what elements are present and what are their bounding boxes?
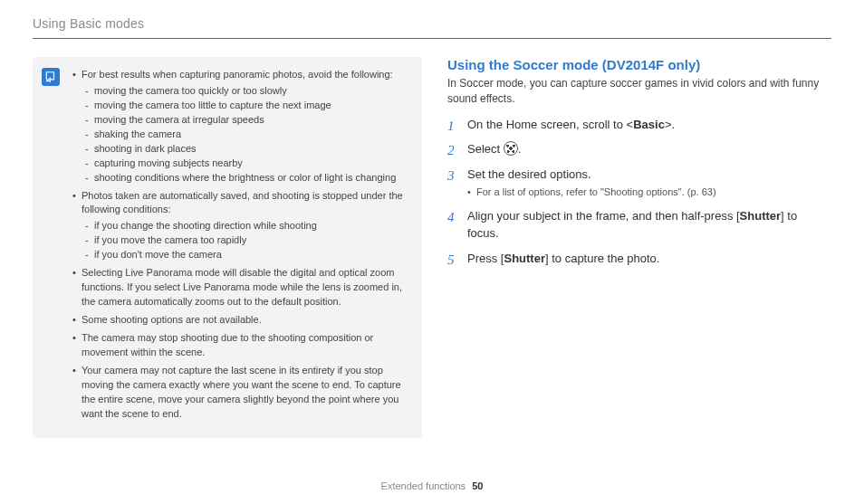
step-bold: Shutter (504, 252, 545, 265)
step-sub: For a list of options, refer to "Shootin… (467, 185, 831, 200)
step-text: . (518, 142, 522, 156)
step-text: On the Home screen, scroll to < (467, 118, 633, 131)
tip-sub: moving the camera at irregular speeds (82, 113, 409, 128)
step-4: Align your subject in the frame, and the… (447, 207, 831, 242)
tip-sub: if you move the camera too rapidly (82, 233, 409, 248)
tip-item: Your camera may not capture the last sce… (72, 364, 409, 422)
tip-sub: moving the camera too quickly or too slo… (82, 84, 409, 99)
tip-sub: capturing moving subjects nearby (82, 157, 409, 171)
soccer-mode-heading: Using the Soccer mode (DV2014F only) (447, 57, 831, 72)
soccer-ball-icon (504, 141, 518, 156)
tip-sub: if you change the shooting direction whi… (82, 219, 409, 233)
note-icon (42, 68, 60, 86)
tip-sub: shooting in dark places (82, 142, 409, 157)
tip-sub: shooting conditions where the brightness… (82, 171, 409, 185)
steps-list: On the Home screen, scroll to <Basic>. S… (447, 116, 831, 268)
section-title: Using Basic modes (33, 16, 831, 31)
footer-page-number: 50 (472, 480, 483, 491)
tip-item: Photos taken are automatically saved, an… (72, 189, 409, 263)
step-text: Press [ (467, 252, 504, 265)
tip-text: For best results when capturing panorami… (82, 69, 393, 80)
step-bold: Shutter (740, 209, 782, 223)
tip-item: The camera may stop shooting due to the … (72, 331, 409, 360)
step-5: Press [Shutter] to capture the photo. (447, 250, 831, 268)
tip-sub: shaking the camera (82, 128, 409, 142)
page-footer: Extended functions 50 (0, 480, 864, 491)
soccer-mode-intro: In Soccer mode, you can capture soccer g… (447, 76, 831, 107)
tip-item: For best results when capturing panorami… (72, 68, 409, 185)
step-3: Set the desired options. For a list of o… (447, 166, 831, 200)
tip-sub: moving the camera too little to capture … (82, 99, 409, 113)
tips-list: For best results when capturing panorami… (72, 68, 409, 422)
step-text: Select (467, 142, 504, 156)
tip-item: Some shooting options are not available. (72, 313, 409, 328)
footer-label: Extended functions (381, 480, 466, 491)
tip-text: Photos taken are automatically saved, an… (82, 190, 403, 215)
tip-sub: if you don't move the camera (82, 248, 409, 262)
step-2: Select . (447, 140, 831, 158)
step-text: Align your subject in the frame, and the… (467, 209, 740, 223)
tips-box: For best results when capturing panorami… (33, 57, 422, 438)
step-text: Set the desired options. (467, 167, 591, 181)
step-text: ] to capture the photo. (545, 252, 659, 265)
tip-item: Selecting Live Panorama mode will disabl… (72, 266, 409, 309)
step-bold: Basic (633, 118, 665, 131)
step-1: On the Home screen, scroll to <Basic>. (447, 116, 831, 134)
step-text: >. (665, 118, 675, 131)
divider (33, 38, 831, 39)
